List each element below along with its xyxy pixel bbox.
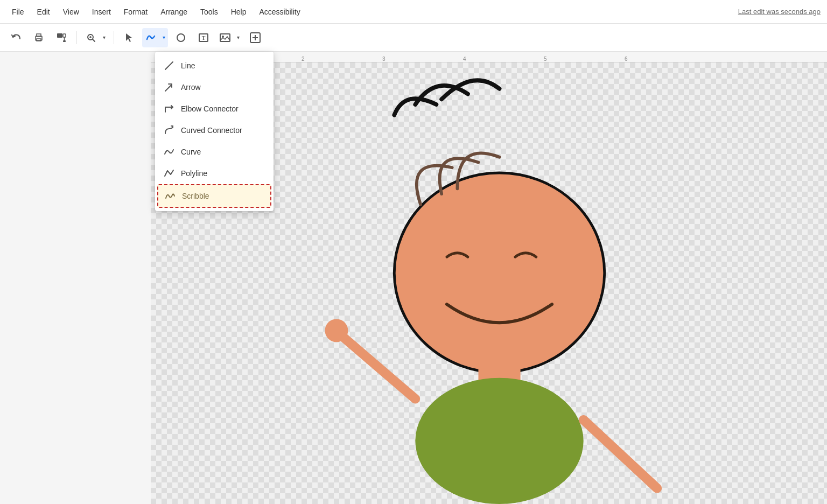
curved-connector-icon bbox=[164, 125, 174, 136]
ruler-mark-5: 5 bbox=[544, 56, 547, 62]
ruler-mark-3: 3 bbox=[382, 56, 386, 62]
scribble-icon bbox=[165, 191, 176, 201]
dropdown-item-curve[interactable]: Curve bbox=[155, 141, 274, 163]
add-icon bbox=[249, 32, 261, 44]
ruler-mark-2: 2 bbox=[302, 56, 305, 62]
svg-rect-2 bbox=[37, 39, 41, 41]
svg-point-19 bbox=[394, 173, 604, 373]
svg-rect-1 bbox=[37, 34, 41, 37]
dropdown-item-line-label: Line bbox=[181, 61, 195, 70]
image-dropdown-arrow: ▾ bbox=[234, 28, 242, 47]
line-tool-icon-container bbox=[142, 28, 159, 47]
ruler-mark-4: 4 bbox=[463, 56, 466, 62]
paint-format-button[interactable] bbox=[52, 28, 71, 47]
menu-insert[interactable]: Insert bbox=[87, 4, 116, 19]
line-tool-dropdown: Line Arrow Elbow Connector Curved C bbox=[155, 52, 274, 211]
svg-line-24 bbox=[584, 420, 657, 488]
svg-line-8 bbox=[93, 39, 95, 41]
toolbar: ▾ ▾ T bbox=[0, 24, 827, 52]
svg-text:T: T bbox=[202, 35, 206, 41]
polyline-icon bbox=[164, 168, 174, 179]
menu-format[interactable]: Format bbox=[118, 4, 153, 19]
shape-button[interactable] bbox=[171, 28, 191, 47]
svg-line-25 bbox=[165, 62, 173, 69]
curve-icon bbox=[164, 146, 174, 157]
menu-bar: File Edit View Insert Format Arrange Too… bbox=[0, 0, 827, 24]
elbow-connector-icon bbox=[164, 103, 174, 114]
menu-file[interactable]: File bbox=[6, 4, 30, 19]
zoom-dropdown-arrow: ▾ bbox=[100, 28, 108, 47]
line-tool-button[interactable]: ▾ bbox=[142, 28, 168, 47]
dropdown-item-scribble[interactable]: Scribble bbox=[157, 184, 271, 208]
textbox-button[interactable]: T bbox=[194, 28, 213, 47]
menu-view[interactable]: View bbox=[58, 4, 85, 19]
scribble-active-icon bbox=[145, 32, 157, 44]
dropdown-item-arrow[interactable]: Arrow bbox=[155, 76, 274, 98]
svg-point-21 bbox=[415, 378, 583, 504]
paint-format-icon bbox=[56, 32, 67, 43]
dropdown-item-polyline[interactable]: Polyline bbox=[155, 163, 274, 184]
select-button[interactable] bbox=[120, 28, 139, 47]
cursor-icon bbox=[124, 32, 135, 43]
dropdown-item-scribble-label: Scribble bbox=[182, 192, 209, 200]
toolbar-divider-2 bbox=[114, 31, 114, 44]
image-button[interactable]: ▾ bbox=[216, 28, 242, 47]
dropdown-item-polyline-label: Polyline bbox=[181, 169, 207, 178]
line-tool-dropdown-arrow: ▾ bbox=[159, 28, 168, 47]
menu-tools[interactable]: Tools bbox=[195, 4, 223, 19]
image-icon bbox=[219, 32, 231, 44]
menu-accessibility[interactable]: Accessibility bbox=[254, 4, 305, 19]
undo-button[interactable] bbox=[6, 28, 26, 47]
zoom-icon-container bbox=[82, 28, 100, 47]
dropdown-item-line[interactable]: Line bbox=[155, 55, 274, 76]
image-icon-container bbox=[216, 28, 234, 47]
dropdown-item-arrow-label: Arrow bbox=[181, 83, 201, 92]
print-icon bbox=[33, 32, 44, 43]
textbox-icon: T bbox=[198, 32, 209, 44]
zoom-icon bbox=[86, 32, 96, 43]
last-edit-status: Last edit was seconds ago bbox=[738, 8, 821, 16]
menu-help[interactable]: Help bbox=[226, 4, 252, 19]
svg-rect-3 bbox=[57, 33, 62, 38]
dropdown-item-elbow-label: Elbow Connector bbox=[181, 104, 239, 113]
add-button[interactable] bbox=[246, 28, 265, 47]
shape-icon bbox=[175, 32, 187, 44]
undo-icon bbox=[11, 32, 22, 43]
svg-line-22 bbox=[342, 336, 416, 399]
line-icon bbox=[164, 60, 174, 71]
toolbar-divider-1 bbox=[76, 31, 77, 44]
svg-point-23 bbox=[325, 319, 348, 342]
svg-rect-4 bbox=[63, 34, 66, 37]
dropdown-item-curved-connector[interactable]: Curved Connector bbox=[155, 120, 274, 141]
menu-edit[interactable]: Edit bbox=[32, 4, 55, 19]
arrow-icon bbox=[164, 82, 174, 93]
svg-line-26 bbox=[165, 85, 172, 91]
left-panel bbox=[0, 52, 151, 504]
print-button[interactable] bbox=[29, 28, 48, 47]
dropdown-item-curved-connector-label: Curved Connector bbox=[181, 126, 242, 135]
dropdown-item-curve-label: Curve bbox=[181, 148, 201, 156]
svg-point-11 bbox=[177, 34, 185, 41]
ruler-mark-6: 6 bbox=[625, 56, 628, 62]
svg-rect-6 bbox=[63, 40, 66, 42]
canvas-area: 1 2 3 4 5 6 bbox=[0, 52, 827, 504]
zoom-button[interactable]: ▾ bbox=[82, 28, 108, 47]
menu-arrange[interactable]: Arrange bbox=[155, 4, 193, 19]
dropdown-item-elbow[interactable]: Elbow Connector bbox=[155, 98, 274, 120]
